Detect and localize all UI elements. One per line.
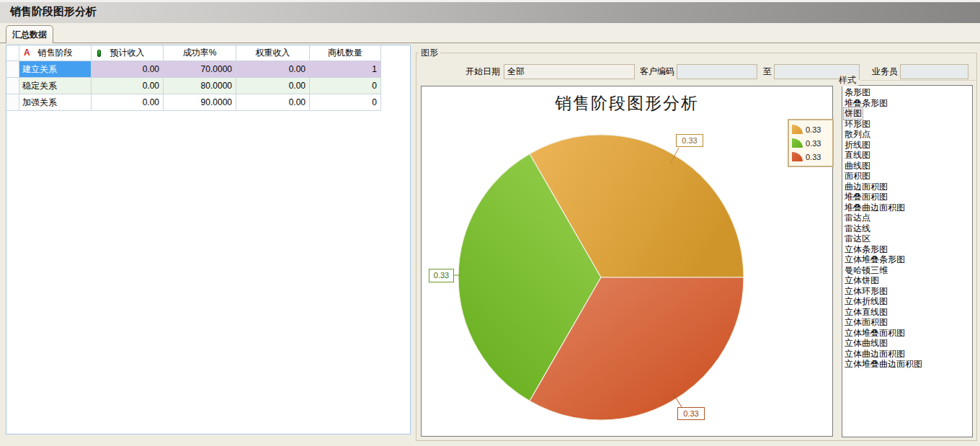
style-list-item[interactable]: 立体堆叠曲边面积图 [842, 359, 972, 370]
table-row[interactable]: 建立关系 0.00 70.0000 0.00 1 [6, 61, 381, 78]
table-row[interactable]: 稳定关系 0.00 80.0000 0.00 0 [6, 78, 381, 94]
style-group-caption: 样式 [839, 74, 858, 86]
salesman-label: 业务员 [865, 64, 898, 79]
col-header-stage[interactable]: A 销售阶段 [19, 45, 92, 61]
row-indicator-header [6, 45, 19, 61]
legend-value: 0.33 [806, 139, 821, 148]
legend-item: 0.33 [792, 122, 829, 136]
col-header-weighted-income-label: 权重收入 [256, 48, 290, 58]
style-list-item[interactable]: 曼哈顿三维 [842, 265, 972, 276]
style-list-item[interactable]: 雷达点 [842, 213, 972, 223]
cell-weighted-income[interactable]: 0.00 [236, 78, 310, 94]
start-date-input[interactable] [504, 64, 635, 79]
style-list-item[interactable]: 立体饼图 [842, 275, 972, 286]
row-indicator[interactable] [6, 61, 19, 78]
cell-stage-selected[interactable]: 建立关系 [19, 61, 92, 78]
style-group-border [860, 80, 976, 81]
legend-swatch-orange [792, 125, 803, 134]
style-list-item[interactable]: 立体直线图 [842, 307, 972, 318]
salesman-input[interactable] [900, 64, 968, 79]
style-list-item[interactable]: 立体条形图 [842, 244, 972, 255]
legend-swatch-red [792, 152, 803, 161]
cell-expected-income[interactable]: 0.00 [92, 94, 164, 111]
style-list-item[interactable]: 立体面积图 [842, 317, 972, 328]
green-bar-icon [97, 50, 101, 57]
legend-value: 0.33 [806, 125, 821, 134]
graph-group-caption: 图形 [419, 47, 440, 58]
style-list-item[interactable]: 折线图 [842, 140, 972, 151]
legend-swatch-green [792, 138, 803, 148]
style-list-item[interactable]: 曲线图 [842, 161, 972, 171]
col-header-success-rate-label: 成功率% [183, 48, 217, 58]
customer-code-input[interactable] [677, 64, 757, 79]
col-header-expected-income[interactable]: 预计收入 [92, 45, 164, 61]
cell-success-rate[interactable]: 80.0000 [164, 78, 236, 94]
style-list-item[interactable]: 立体曲边面积图 [842, 349, 972, 360]
pie-chart-svg [422, 86, 832, 436]
page-title: 销售阶段图形分析 [10, 5, 97, 19]
red-letter-A-icon: A [24, 45, 30, 61]
customer-code-label: 客户编码 [633, 64, 674, 79]
style-list-item[interactable]: 堆叠条形图 [842, 98, 972, 109]
sales-stage-table: A 销售阶段 预计收入 成功率% 权重收入 商机数量 [6, 45, 381, 111]
summary-grid-panel: A 销售阶段 预计收入 成功率% 权重收入 商机数量 [6, 45, 411, 434]
content-area: A 销售阶段 预计收入 成功率% 权重收入 商机数量 [0, 43, 980, 446]
style-list-item-selected[interactable]: 饼图 [842, 108, 972, 119]
legend-item: 0.33 [792, 136, 829, 150]
chart-style-list: 条形图 堆叠条形图 饼图 环形图 散列点 折线图 直线图 曲线图 面积图 曲边面… [842, 85, 973, 437]
cell-opportunity-count[interactable]: 0 [310, 78, 381, 94]
cell-weighted-income[interactable]: 0.00 [236, 94, 310, 111]
style-list-item[interactable]: 堆叠面积图 [842, 192, 972, 202]
start-date-label: 开始日期 [438, 64, 500, 79]
style-list-item[interactable]: 条形图 [842, 87, 972, 98]
chart-legend: 0.33 0.33 0.33 [788, 119, 834, 167]
table-header-row: A 销售阶段 预计收入 成功率% 权重收入 商机数量 [6, 45, 381, 61]
style-list-item[interactable]: 环形图 [842, 119, 972, 130]
legend-item: 0.33 [792, 150, 829, 164]
to-label: 至 [760, 64, 772, 79]
style-list-item[interactable]: 立体堆叠条形图 [842, 254, 972, 265]
legend-value: 0.33 [806, 153, 821, 161]
app-window: 销售阶段图形分析 汇总数据 A 销售阶段 预计收入 成功 [0, 0, 980, 446]
cell-expected-income[interactable]: 0.00 [92, 61, 164, 78]
cell-weighted-income[interactable]: 0.00 [236, 61, 310, 78]
pie-chart-area: 销售阶段图形分析 [421, 86, 833, 437]
row-indicator[interactable] [6, 78, 19, 94]
slice-value-callout: 0.33 [676, 134, 703, 147]
row-indicator[interactable] [6, 94, 19, 111]
cell-expected-income[interactable]: 0.00 [92, 78, 164, 94]
style-list-item[interactable]: 雷达区 [842, 233, 972, 244]
tab-strip: 汇总数据 [0, 23, 980, 43]
title-bar: 销售阶段图形分析 [0, 0, 980, 23]
graph-group-box: 图形 开始日期 客户编码 至 业务员 销售阶段图形分析 [416, 53, 977, 441]
style-list-item[interactable]: 立体折线图 [842, 296, 972, 307]
cell-opportunity-count[interactable]: 1 [310, 61, 381, 78]
cell-stage[interactable]: 稳定关系 [19, 78, 92, 94]
style-list-item[interactable]: 立体堆叠面积图 [842, 328, 972, 339]
style-list-item[interactable]: 立体环形图 [842, 286, 972, 297]
col-header-success-rate[interactable]: 成功率% [164, 45, 236, 61]
slice-value-callout: 0.33 [677, 407, 705, 420]
style-list-item[interactable]: 雷达线 [842, 223, 972, 234]
tab-summary-data[interactable]: 汇总数据 [6, 25, 53, 43]
col-header-stage-label: 销售阶段 [38, 48, 73, 58]
style-list-item[interactable]: 堆叠曲边面积图 [842, 202, 972, 213]
slice-value-callout: 0.33 [429, 269, 454, 282]
cell-success-rate[interactable]: 90.0000 [164, 94, 236, 111]
style-list-item[interactable]: 散列点 [842, 129, 972, 140]
cell-success-rate[interactable]: 70.0000 [164, 61, 236, 78]
style-list-item[interactable]: 立体曲线图 [842, 338, 972, 349]
style-list-item[interactable]: 曲边面积图 [842, 182, 972, 192]
style-list-item[interactable]: 直线图 [842, 150, 972, 161]
col-header-opportunity-count[interactable]: 商机数量 [310, 45, 381, 61]
style-list-item[interactable]: 面积图 [842, 171, 972, 182]
cell-stage[interactable]: 加强关系 [19, 94, 92, 111]
cell-opportunity-count[interactable]: 0 [310, 94, 381, 111]
table-row[interactable]: 加强关系 0.00 90.0000 0.00 0 [6, 94, 381, 111]
col-header-opportunity-count-label: 商机数量 [328, 48, 362, 58]
col-header-weighted-income[interactable]: 权重收入 [236, 45, 310, 61]
col-header-expected-income-label: 预计收入 [110, 48, 145, 58]
